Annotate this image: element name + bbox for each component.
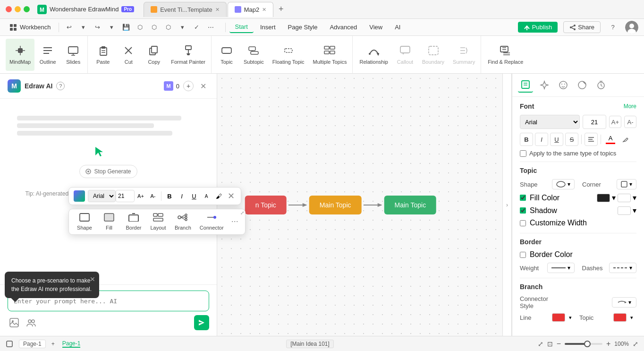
print-button[interactable]: ⬡ — [162, 21, 175, 34]
menu-item-ai[interactable]: AI — [389, 22, 406, 33]
ft-underline-button[interactable]: U — [188, 190, 200, 202]
boundary-button[interactable]: Boundary — [418, 39, 448, 71]
outline-button[interactable]: Outline — [35, 39, 60, 71]
page-panel-button[interactable] — [6, 340, 13, 348]
menu-item-page-style[interactable]: Page Style — [282, 22, 323, 33]
format-painter-button[interactable]: Format Painter — [167, 39, 209, 71]
layout-button[interactable]: Layout — [146, 211, 170, 232]
topic-box-1[interactable]: n Topic — [245, 196, 287, 214]
ft-italic-button[interactable]: I — [176, 190, 188, 202]
undo-dropdown[interactable]: ▾ — [77, 21, 90, 34]
tab-map2[interactable]: Map2 ✕ — [228, 2, 274, 17]
check-button[interactable]: ✓ — [190, 21, 203, 34]
fill-color-chevron[interactable]: ▾ — [612, 193, 616, 202]
ai-help-button[interactable]: ? — [56, 82, 65, 90]
shape-button[interactable]: Shape — [73, 211, 96, 232]
dots-button[interactable]: ⋯ — [204, 21, 218, 34]
ai-image-button[interactable] — [8, 316, 21, 329]
add-page-button[interactable]: + — [51, 341, 55, 347]
cut-button[interactable]: Cut — [116, 39, 141, 71]
zoom-slider-track[interactable] — [565, 343, 602, 345]
topic-box-2[interactable]: Main Topic — [309, 196, 362, 214]
corner-selector[interactable]: ▾ — [617, 179, 636, 189]
fill-color-checkbox[interactable] — [520, 195, 526, 201]
counter-plus-button[interactable]: + — [183, 81, 194, 91]
ft-more-button[interactable]: ✕ — [225, 190, 237, 202]
line-color-chevron[interactable]: ▾ — [569, 315, 572, 321]
font-color-button[interactable]: A — [604, 133, 617, 146]
workbench-menu[interactable]: Workbench — [6, 22, 55, 33]
minimize-button[interactable] — [15, 6, 21, 12]
menu-item-insert[interactable]: Insert — [254, 22, 281, 33]
connector-style-selector[interactable]: ▾ — [612, 297, 636, 308]
underline-button[interactable]: U — [550, 133, 563, 146]
rp-tab-properties[interactable] — [518, 77, 533, 93]
italic-button[interactable]: I — [535, 133, 548, 146]
menu-item-start[interactable]: Start — [229, 21, 254, 33]
rp-tab-style[interactable] — [575, 77, 590, 93]
customize-width-checkbox[interactable] — [520, 220, 526, 226]
shadow-chevron[interactable]: ▾ — [633, 206, 636, 215]
menu-item-view[interactable]: View — [364, 22, 388, 33]
ft-font-selector[interactable]: Arial — [88, 190, 116, 202]
shadow-color-swatch[interactable] — [618, 206, 631, 215]
stop-generate-button[interactable]: Stop Generate — [79, 165, 137, 178]
find-replace-button[interactable]: Find & Replace — [484, 39, 527, 71]
ft-font-increase-button[interactable]: A+ — [135, 190, 147, 202]
multiple-topics-button[interactable]: Multiple Topics — [309, 39, 350, 71]
user-avatar[interactable] — [625, 21, 638, 34]
topic-color-swatch[interactable] — [613, 313, 627, 322]
redo-dropdown[interactable]: ▾ — [105, 21, 119, 34]
more-action-button[interactable]: ▾ — [176, 21, 189, 34]
right-panel-collapse-button[interactable]: › — [502, 74, 512, 336]
ft-color-button[interactable]: A — [200, 190, 212, 202]
font-name-selector[interactable]: Arial — [520, 115, 580, 129]
font-size-decrease-button[interactable]: A- — [624, 116, 636, 128]
publish-button[interactable]: Publish — [518, 22, 558, 33]
floating-topic-button[interactable]: Floating Topic — [269, 39, 308, 71]
bold-button[interactable]: B — [520, 133, 533, 146]
summary-button[interactable]: Summary — [449, 39, 479, 71]
fill-color-swatch[interactable] — [597, 194, 610, 202]
import-button[interactable]: ⬡ — [148, 21, 161, 34]
ft-font-decrease-button[interactable]: A- — [147, 190, 159, 202]
add-tab-button[interactable]: + — [274, 3, 288, 16]
maximize-button[interactable] — [24, 6, 30, 12]
fill-secondary-swatch[interactable] — [618, 194, 631, 202]
shadow-checkbox[interactable] — [520, 207, 526, 214]
branch-button[interactable]: Branch — [171, 211, 195, 232]
tab-event[interactable]: Event Ti...Template ✕ — [144, 2, 227, 17]
zoom-in-button[interactable]: + — [606, 340, 610, 348]
apply-same-checkbox[interactable] — [520, 150, 526, 157]
border-button[interactable]: Border — [122, 211, 145, 232]
callout-button[interactable]: Callout — [393, 39, 417, 71]
line-color-swatch[interactable] — [552, 313, 565, 322]
paste-button[interactable]: Paste — [91, 39, 115, 71]
tooltip-close-button[interactable]: ✕ — [90, 274, 95, 284]
fit-page-button[interactable]: ⤢ — [538, 340, 543, 348]
font-section-more[interactable]: More — [624, 103, 636, 110]
export-button[interactable]: ⬡ — [134, 21, 147, 34]
zoom-out-button[interactable]: − — [557, 340, 561, 348]
undo-button[interactable]: ↩ — [63, 21, 76, 34]
actual-size-button[interactable]: ⊡ — [547, 340, 553, 348]
font-size-field[interactable] — [583, 115, 606, 129]
tab-close-map2[interactable]: ✕ — [262, 7, 266, 13]
relationship-button[interactable]: Relationship — [356, 39, 392, 71]
page-tab-1[interactable]: Page-1 — [19, 340, 46, 348]
dashes-selector[interactable]: ▾ — [609, 263, 636, 273]
canvas-area[interactable]: n Topic Main Topic Main Topic — [217, 74, 502, 336]
copy-button[interactable]: Copy — [142, 39, 166, 71]
ai-send-button[interactable] — [194, 315, 209, 330]
rp-tab-emoji[interactable] — [556, 77, 571, 93]
fill-button[interactable]: Fill — [97, 211, 121, 232]
mindmap-button[interactable]: MindMap — [6, 39, 34, 71]
tab-close-event[interactable]: ✕ — [215, 7, 220, 13]
topic-color-chevron[interactable]: ▾ — [630, 315, 633, 321]
help-button[interactable]: ? — [606, 21, 619, 34]
shape-selector[interactable]: ▾ — [552, 179, 575, 189]
rp-tab-ai[interactable] — [537, 77, 552, 93]
border-color-checkbox[interactable] — [520, 252, 526, 258]
highlight-color-button[interactable] — [619, 133, 632, 146]
save-button[interactable]: 💾 — [119, 21, 133, 34]
